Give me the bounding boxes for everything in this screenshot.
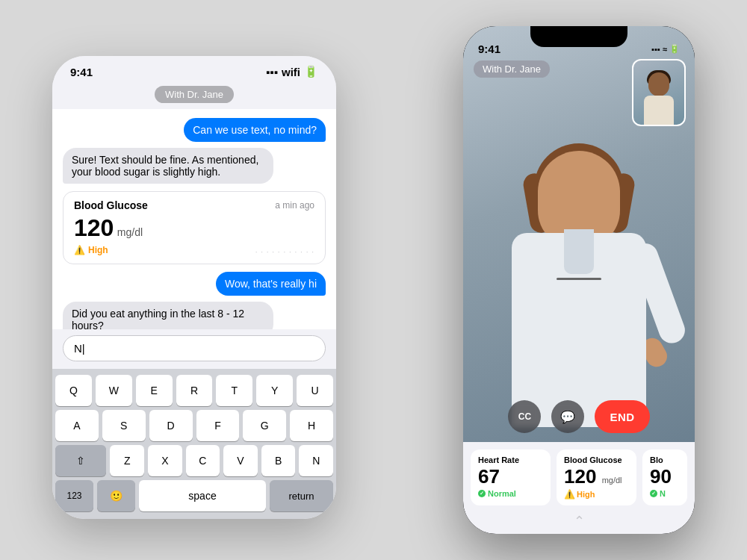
kb-v[interactable]: V [223, 445, 258, 476]
kb-e[interactable]: E [136, 375, 173, 406]
keyboard[interactable]: Q W E R T Y U A S D F G H ⇧ [52, 369, 336, 519]
metric-blood-glucose-status: ⚠️ High [564, 489, 629, 500]
kb-c[interactable]: C [186, 445, 220, 476]
kb-r[interactable]: R [176, 375, 213, 406]
video-controls: CC 💬 END [463, 400, 695, 433]
chat-button[interactable]: 💬 [551, 400, 584, 433]
metrics-strip: Heart Rate 67 ✓ Normal Blood Glucose 120… [463, 442, 695, 510]
battery-front-icon: 🔋 [669, 44, 680, 54]
metric-card-third: Blo 90 ✓ N [642, 449, 687, 505]
cc-button[interactable]: CC [508, 400, 541, 433]
sv-head [648, 72, 669, 96]
message-input[interactable]: N| [63, 335, 326, 361]
health-card-title: Blood Glucose [74, 199, 148, 211]
notch [530, 26, 627, 47]
self-view-person [640, 69, 678, 125]
kb-f[interactable]: F [196, 410, 240, 441]
with-doctor-pill: With Dr. Jane [474, 60, 550, 78]
status-time-front: 9:41 [478, 37, 500, 55]
kb-return[interactable]: return [270, 480, 333, 511]
kb-n[interactable]: N [299, 445, 333, 476]
metric-heart-rate-value: 67 [478, 466, 543, 488]
kb-d[interactable]: D [149, 410, 193, 441]
metric-heart-rate-status: ✓ Normal [478, 489, 543, 498]
wifi-front-icon: ≈ [663, 45, 667, 54]
kb-emoji[interactable]: 🙂 [97, 480, 135, 511]
kb-space[interactable]: space [139, 480, 266, 511]
kb-t[interactable]: T [216, 375, 252, 406]
doctor-collar [564, 229, 594, 274]
bubble-right-2: Wow, that's really hi [216, 272, 326, 296]
signal-icon: ▪▪▪ [266, 66, 278, 78]
self-view [632, 59, 686, 126]
metric-heart-rate-title: Heart Rate [478, 455, 543, 464]
kb-row-4: 123 🙂 space return [55, 480, 333, 511]
chat-header-pill: With Dr. Jane [155, 86, 234, 103]
health-card-value: 120 [74, 214, 114, 241]
metric-card-blood-glucose: Blood Glucose 120 mg/dl ⚠️ High [557, 449, 636, 505]
kb-shift[interactable]: ⇧ [55, 445, 106, 476]
kb-q[interactable]: Q [55, 375, 92, 406]
metric-third-title: Blo [650, 455, 680, 464]
metric-third-status: ✓ N [650, 489, 680, 498]
battery-icon: 🔋 [304, 65, 318, 78]
kb-w[interactable]: W [96, 375, 132, 406]
kb-s[interactable]: S [102, 410, 146, 441]
status-bar-back: 9:41 ▪▪▪ wifi 🔋 [52, 56, 336, 83]
kb-y[interactable]: Y [256, 375, 293, 406]
kb-z[interactable]: Z [110, 445, 144, 476]
metric-card-heart-rate: Heart Rate 67 ✓ Normal [471, 449, 551, 505]
kb-row-1: Q W E R T Y U [55, 375, 333, 406]
kb-g[interactable]: G [243, 410, 286, 441]
status-icons-back: ▪▪▪ wifi 🔋 [266, 65, 318, 78]
sv-body [644, 96, 674, 125]
health-card-unit: mg/dl [117, 226, 143, 238]
green-check-icon: ✓ [478, 490, 486, 497]
kb-row-2: A S D F G H [55, 410, 333, 441]
bubble-right-1: Can we use text, no mind? [184, 118, 326, 142]
warning-icon: ⚠️ [74, 245, 85, 255]
status-time-back: 9:41 [70, 66, 93, 78]
phone-back: 9:41 ▪▪▪ wifi 🔋 With Dr. Jane Can we use… [52, 56, 336, 519]
health-card-time: a min ago [275, 200, 314, 211]
kb-a[interactable]: A [55, 410, 99, 441]
kb-b[interactable]: B [261, 445, 296, 476]
green-check-icon-3: ✓ [650, 490, 657, 497]
wifi-icon: wifi [282, 66, 300, 78]
kb-x[interactable]: X [148, 445, 182, 476]
doctor-figure [482, 128, 676, 442]
bubble-left-2: Did you eat anything in the last 8 - 12 … [63, 302, 273, 329]
kb-123[interactable]: 123 [55, 480, 93, 511]
swipe-up-icon: ⌃ [574, 514, 585, 529]
signal-bars-icon: ▪▪▪ [651, 45, 660, 54]
health-card-status: ⚠️ High [74, 245, 108, 255]
messages-area[interactable]: Can we use text, no mind? Sure! Text sho… [52, 109, 336, 329]
metric-third-value: 90 [650, 466, 680, 488]
swipe-handle[interactable]: ⌃ [463, 510, 695, 534]
phone-front: 9:41 ▪▪▪ ≈ 🔋 With Dr. Jane [463, 26, 695, 534]
bubble-left-1: Sure! Text should be fine. As mentioned,… [63, 148, 273, 184]
video-area: 9:41 ▪▪▪ ≈ 🔋 With Dr. Jane [463, 26, 695, 442]
health-card-chat: Blood Glucose a min ago 120 mg/dl ⚠️ Hig… [63, 191, 326, 264]
end-button[interactable]: END [595, 400, 649, 433]
sparkline: · · · · · · · · · · · [255, 248, 314, 256]
kb-row-3: ⇧ Z X C V B N [55, 445, 333, 476]
warning-icon-2: ⚠️ [564, 489, 574, 500]
metric-blood-glucose-title: Blood Glucose [564, 455, 629, 464]
kb-u[interactable]: U [297, 375, 333, 406]
input-area[interactable]: N| [52, 329, 336, 369]
scene: 9:41 ▪▪▪ wifi 🔋 With Dr. Jane Can we use… [52, 26, 695, 534]
doctor-stethoscope [557, 278, 601, 280]
metric-blood-glucose-unit: mg/dl [602, 476, 622, 485]
metric-blood-glucose-value: 120 mg/dl [564, 466, 629, 488]
chat-bubble-icon: 💬 [560, 410, 575, 424]
chat-header-back: With Dr. Jane [52, 83, 336, 109]
kb-h[interactable]: H [290, 410, 333, 441]
